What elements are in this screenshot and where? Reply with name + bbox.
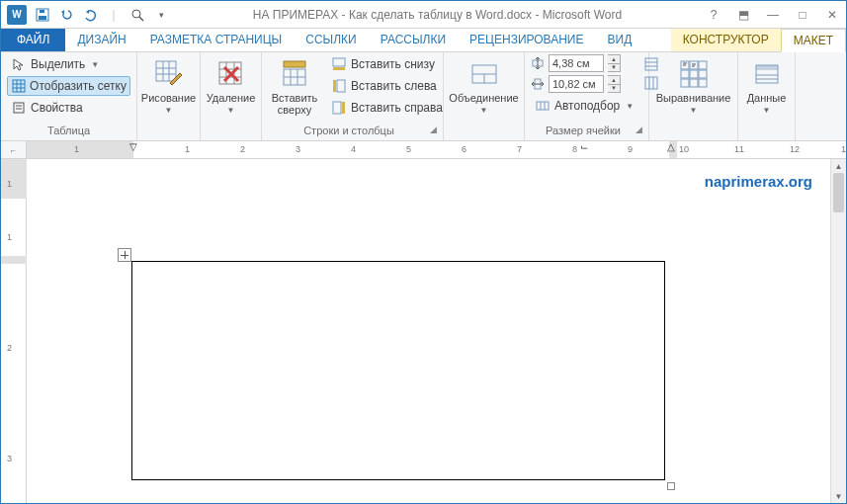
delete-table-icon: [215, 58, 247, 90]
svg-rect-32: [337, 80, 345, 92]
ruler-track: ▽ ⌙ △ 1 1 2 3 4 5 6 7 8 9 10 11 12 13: [27, 141, 846, 158]
window-controls: ? ⬒ — □ ✕: [706, 8, 840, 22]
data-button[interactable]: Данные ▼: [740, 54, 794, 119]
tab-stop-marker[interactable]: ⌙: [580, 141, 588, 152]
col-width-input[interactable]: 10,82 см: [549, 75, 604, 93]
group-delete-label: [207, 125, 255, 138]
scroll-thumb[interactable]: [833, 173, 844, 212]
document-canvas[interactable]: naprimerax.org: [27, 159, 846, 503]
ribbon-tabs: ФАЙЛ ДИЗАЙН РАЗМЕТКА СТРАНИЦЫ ССЫЛКИ РАС…: [1, 29, 846, 52]
tab-layout[interactable]: МАКЕТ: [781, 29, 846, 52]
row-height-spinner[interactable]: ▲▼: [608, 54, 621, 72]
insert-below-button[interactable]: Вставить снизу: [327, 54, 447, 74]
delete-label: Удаление: [207, 92, 256, 104]
indent-marker-right[interactable]: △: [667, 141, 675, 152]
tab-design[interactable]: ДИЗАЙН: [65, 29, 137, 51]
data-table-icon: [751, 58, 783, 90]
drawing-button[interactable]: Рисование ▼: [142, 54, 196, 119]
document-area: 1 1 2 3 naprimerax.org: [1, 159, 846, 503]
select-button[interactable]: Выделить ▼: [7, 54, 130, 74]
show-grid-button[interactable]: Отобразить сетку: [7, 76, 130, 96]
tab-page-layout[interactable]: РАЗМЕТКА СТРАНИЦЫ: [138, 29, 295, 51]
tab-review[interactable]: РЕЦЕНЗИРОВАНИЕ: [458, 29, 595, 51]
pencil-grid-icon: [153, 58, 185, 90]
scroll-up-icon[interactable]: ▲: [831, 159, 846, 173]
ruler-corner[interactable]: ⌐: [1, 141, 27, 158]
insert-above-button[interactable]: Вставить сверху: [268, 54, 321, 120]
insert-above-label: Вставить сверху: [272, 92, 318, 116]
maximize-icon[interactable]: □: [795, 8, 810, 22]
chevron-down-icon: ▼: [227, 106, 235, 115]
undo-icon[interactable]: [58, 7, 74, 23]
svg-rect-35: [342, 102, 345, 114]
alignment-label: Выравнивание: [656, 92, 731, 104]
row-height-input[interactable]: 4,38 см: [549, 54, 604, 72]
tab-view[interactable]: ВИД: [596, 29, 644, 51]
properties-icon: [11, 100, 27, 116]
group-merge-label: [450, 125, 518, 138]
svg-rect-55: [681, 70, 689, 78]
group-table-label: Таблица: [7, 125, 130, 138]
svg-rect-57: [699, 70, 707, 78]
svg-rect-31: [333, 67, 345, 70]
vertical-scrollbar[interactable]: ▲ ▼: [830, 159, 846, 503]
svg-rect-60: [699, 79, 707, 87]
svg-rect-34: [333, 102, 341, 114]
svg-rect-29: [284, 61, 305, 67]
table-resize-handle[interactable]: [667, 482, 675, 490]
save-icon[interactable]: [35, 7, 50, 23]
chevron-down-icon: ▼: [690, 106, 698, 115]
table-move-handle[interactable]: [118, 248, 131, 262]
svg-rect-1: [39, 16, 46, 20]
insert-left-button[interactable]: Вставить слева: [327, 76, 447, 96]
group-cell-size-label: Размер ячейки ◢: [531, 125, 642, 138]
chevron-down-icon: ▼: [91, 60, 99, 69]
table-cell[interactable]: [131, 261, 665, 480]
qat-customize-icon[interactable]: ▾: [153, 7, 169, 23]
autofit-icon: [535, 98, 551, 114]
svg-rect-54: [699, 61, 707, 69]
insert-right-button[interactable]: Вставить справа: [327, 98, 447, 118]
horizontal-ruler[interactable]: ⌐ ▽ ⌙ △ 1 1 2 3 4 5 6 7 8 9 10 11 12 13: [1, 141, 846, 159]
select-label: Выделить: [31, 57, 85, 71]
tab-file[interactable]: ФАЙЛ: [1, 29, 65, 51]
col-width-icon: [531, 77, 545, 91]
svg-line-4: [139, 17, 143, 21]
show-grid-label: Отобразить сетку: [30, 79, 127, 93]
svg-point-3: [132, 10, 140, 18]
zoom-preview-icon[interactable]: [129, 7, 145, 23]
delete-button[interactable]: Удаление ▼: [205, 54, 258, 119]
insert-row-below-icon: [331, 56, 347, 72]
col-width-spinner[interactable]: ▲▼: [608, 75, 621, 93]
alignment-button[interactable]: Выравнивание ▼: [655, 54, 731, 119]
drawing-label: Рисование: [141, 92, 196, 104]
tab-mailings[interactable]: РАССЫЛКИ: [369, 29, 458, 51]
minimize-icon[interactable]: —: [765, 8, 781, 22]
group-merge: Объединение ▼: [444, 52, 525, 140]
group-delete: Удаление ▼: [201, 52, 262, 140]
merge-button[interactable]: Объединение ▼: [450, 54, 518, 119]
svg-rect-53: [690, 61, 698, 69]
tab-references[interactable]: ССЫЛКИ: [294, 29, 368, 51]
indent-marker-left[interactable]: ▽: [129, 141, 137, 152]
properties-button[interactable]: Свойства: [7, 98, 130, 118]
svg-rect-56: [690, 70, 698, 78]
word-app-icon: W: [7, 5, 27, 25]
close-icon[interactable]: ✕: [824, 8, 840, 22]
group-data-label: [744, 125, 789, 138]
redo-icon[interactable]: [82, 7, 98, 23]
watermark-text: naprimerax.org: [705, 173, 812, 190]
tab-constructor[interactable]: КОНСТРУКТОР: [671, 29, 781, 51]
insert-row-above-icon: [279, 58, 310, 90]
group-table: Выделить ▼ Отобразить сетку Свойства Та: [1, 52, 137, 140]
autofit-button[interactable]: Автоподбор ▼: [531, 96, 637, 116]
window-title: НА ПРИМЕРАХ - Как сделать таблицу в Word…: [169, 8, 706, 22]
ribbon-display-icon[interactable]: ⬒: [735, 8, 751, 22]
vertical-ruler[interactable]: 1 1 2 3: [1, 159, 27, 503]
dialog-launcher-icon[interactable]: ◢: [430, 125, 437, 134]
insert-left-label: Вставить слева: [351, 79, 437, 93]
help-icon[interactable]: ?: [706, 8, 721, 22]
scroll-down-icon[interactable]: ▼: [831, 489, 846, 503]
dialog-launcher-icon[interactable]: ◢: [635, 125, 642, 134]
chevron-down-icon: ▼: [626, 102, 634, 111]
